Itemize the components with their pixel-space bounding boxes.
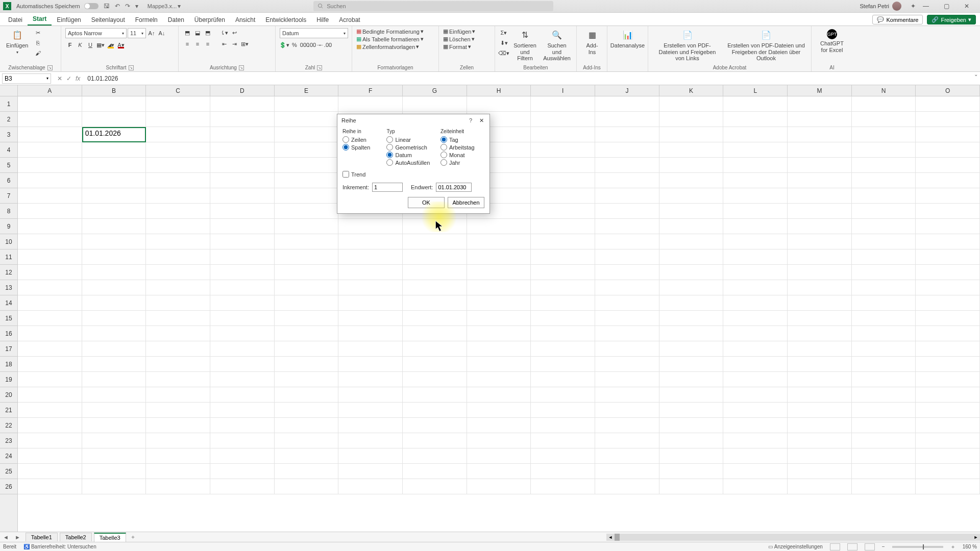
cell-M19[interactable] [788,372,852,387]
cell-O25[interactable] [916,464,980,479]
tab-formeln[interactable]: Formeln [130,14,163,26]
cell-E6[interactable] [275,173,339,188]
cell-I9[interactable] [531,219,595,234]
cell-J3[interactable] [595,127,659,142]
radio-monat[interactable]: Monat [440,152,484,158]
row-header-9[interactable]: 9 [0,219,17,234]
cell-K7[interactable] [659,188,724,204]
cell-H21[interactable] [467,403,531,418]
cell-K3[interactable] [659,127,724,142]
cell-O15[interactable] [916,311,980,326]
cell-E8[interactable] [275,204,339,219]
cell-H19[interactable] [467,372,531,387]
cell-N2[interactable] [852,112,916,127]
cell-G22[interactable] [403,418,467,433]
cell-H24[interactable] [467,448,531,464]
cell-L20[interactable] [723,387,788,403]
align-left-icon[interactable]: ≡ [183,39,192,48]
cell-A24[interactable] [18,448,82,464]
cell-O17[interactable] [916,341,980,357]
maximize-icon[interactable]: ▢ [936,3,957,10]
cell-M6[interactable] [788,173,852,188]
cell-N7[interactable] [852,188,916,204]
row-header-24[interactable]: 24 [0,448,17,464]
cell-L14[interactable] [723,295,788,311]
row-header-16[interactable]: 16 [0,326,17,341]
cell-D10[interactable] [210,234,275,249]
cell-I20[interactable] [531,387,595,403]
cell-F17[interactable] [338,341,403,357]
create-pdf-outlook-button[interactable]: 📄Erstellen von PDF-Dateien und Freigeben… [725,28,807,63]
cell-B15[interactable] [82,311,146,326]
cell-M11[interactable] [788,249,852,265]
cell-C16[interactable] [146,326,210,341]
cell-F15[interactable] [338,311,403,326]
cell-L8[interactable] [723,204,788,219]
row-header-12[interactable]: 12 [0,265,17,280]
cell-N12[interactable] [852,265,916,280]
cell-O7[interactable] [916,188,980,204]
cell-D22[interactable] [210,418,275,433]
cell-O12[interactable] [916,265,980,280]
cell-G13[interactable] [403,280,467,295]
format-as-table-button[interactable]: ▦ Als Tabelle formatieren ▾ [356,36,434,42]
cell-I23[interactable] [531,433,595,448]
align-top-icon[interactable]: ⬒ [183,28,192,37]
cell-F21[interactable] [338,403,403,418]
row-header-15[interactable]: 15 [0,311,17,326]
cell-A15[interactable] [18,311,82,326]
cell-L12[interactable] [723,265,788,280]
cell-M15[interactable] [788,311,852,326]
col-header-N[interactable]: N [852,85,916,96]
cell-L1[interactable] [723,96,788,112]
cell-K10[interactable] [659,234,724,249]
align-right-icon[interactable]: ≡ [203,39,212,48]
align-middle-icon[interactable]: ⬓ [193,28,202,37]
cell-L9[interactable] [723,219,788,234]
cell-M16[interactable] [788,326,852,341]
cell-J5[interactable] [595,158,659,173]
cell-I11[interactable] [531,249,595,265]
cell-E25[interactable] [275,464,339,479]
filename-dropdown-icon[interactable]: ▾ [178,3,181,10]
cell-I22[interactable] [531,418,595,433]
cell-A2[interactable] [18,112,82,127]
cell-O20[interactable] [916,387,980,403]
cell-M23[interactable] [788,433,852,448]
cell-G23[interactable] [403,433,467,448]
cell-C3[interactable] [146,127,210,142]
cell-F19[interactable] [338,372,403,387]
cell-H10[interactable] [467,234,531,249]
hscroll-thumb[interactable] [615,534,620,541]
cell-E4[interactable] [275,142,339,158]
cell-A20[interactable] [18,387,82,403]
cell-J13[interactable] [595,280,659,295]
data-analysis-button[interactable]: 📊Datenanalyse [611,28,644,50]
cell-H14[interactable] [467,295,531,311]
cell-C5[interactable] [146,158,210,173]
cell-J21[interactable] [595,403,659,418]
cell-I19[interactable] [531,372,595,387]
radio-jahr[interactable]: Jahr [440,159,484,166]
cell-M2[interactable] [788,112,852,127]
zoom-slider[interactable] [892,546,943,548]
cell-B6[interactable] [82,173,146,188]
cell-A17[interactable] [18,341,82,357]
cell-O8[interactable] [916,204,980,219]
tab-acrobat[interactable]: Acrobat [334,14,365,26]
cell-L6[interactable] [723,173,788,188]
cell-N23[interactable] [852,433,916,448]
cell-O10[interactable] [916,234,980,249]
cell-C26[interactable] [146,479,210,494]
cell-G26[interactable] [403,479,467,494]
user-account[interactable]: Stefan Petri [860,2,901,11]
cell-D14[interactable] [210,295,275,311]
tab-hilfe[interactable]: Hilfe [311,14,334,26]
cell-J8[interactable] [595,204,659,219]
cell-L11[interactable] [723,249,788,265]
cell-A8[interactable] [18,204,82,219]
cell-G25[interactable] [403,464,467,479]
row-header-21[interactable]: 21 [0,403,17,418]
cell-J15[interactable] [595,311,659,326]
cell-D18[interactable] [210,357,275,372]
